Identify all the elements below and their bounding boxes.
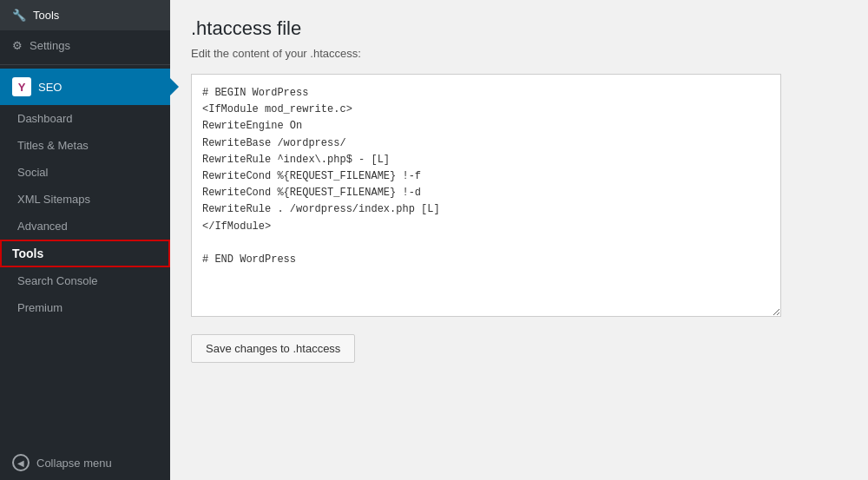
sidebar-item-tools-sub-label: Tools xyxy=(12,247,43,260)
sidebar-item-premium[interactable]: Premium xyxy=(0,294,170,321)
collapse-menu-label: Collapse menu xyxy=(36,457,112,470)
sidebar-item-advanced-label: Advanced xyxy=(17,220,68,233)
save-button[interactable]: Save changes to .htaccess xyxy=(191,334,355,363)
sidebar-item-titles-metas[interactable]: Titles & Metas xyxy=(0,132,170,159)
sidebar-item-tools-sub[interactable]: Tools xyxy=(0,240,170,267)
sidebar-item-social[interactable]: Social xyxy=(0,159,170,186)
sidebar-item-seo[interactable]: Y SEO xyxy=(0,69,170,105)
sidebar-item-advanced[interactable]: Advanced xyxy=(0,213,170,240)
collapse-icon: ◀ xyxy=(12,454,30,471)
page-subtitle: Edit the content of your .htaccess: xyxy=(191,47,847,60)
sidebar-item-xml-sitemaps-label: XML Sitemaps xyxy=(17,193,90,206)
sidebar-item-xml-sitemaps[interactable]: XML Sitemaps xyxy=(0,186,170,213)
main-content: .htaccess file Edit the content of your … xyxy=(170,0,868,480)
yoast-logo: Y xyxy=(12,77,31,96)
wrench-icon: 🔧 xyxy=(12,9,26,22)
sidebar-divider xyxy=(0,64,170,65)
sidebar-item-settings-label: Settings xyxy=(30,39,70,52)
sidebar-item-dashboard[interactable]: Dashboard xyxy=(0,105,170,132)
sidebar-item-seo-label: SEO xyxy=(38,81,62,94)
sidebar-item-tools-label: Tools xyxy=(33,9,59,22)
htaccess-textarea[interactable] xyxy=(191,74,781,317)
collapse-menu-button[interactable]: ◀ Collapse menu xyxy=(0,445,170,480)
sidebar-item-tools[interactable]: 🔧 Tools xyxy=(0,0,170,30)
settings-icon: ⚙ xyxy=(12,39,23,52)
sidebar-item-social-label: Social xyxy=(17,166,48,179)
sidebar-item-premium-label: Premium xyxy=(17,301,62,314)
sidebar-item-titles-metas-label: Titles & Metas xyxy=(17,139,89,152)
sidebar: 🔧 Tools ⚙ Settings Y SEO Dashboard Title… xyxy=(0,0,170,480)
sidebar-item-search-console[interactable]: Search Console xyxy=(0,267,170,294)
sidebar-item-settings[interactable]: ⚙ Settings xyxy=(0,30,170,61)
page-title: .htaccess file xyxy=(191,17,847,40)
sidebar-item-search-console-label: Search Console xyxy=(17,274,98,287)
sidebar-item-dashboard-label: Dashboard xyxy=(17,112,73,125)
